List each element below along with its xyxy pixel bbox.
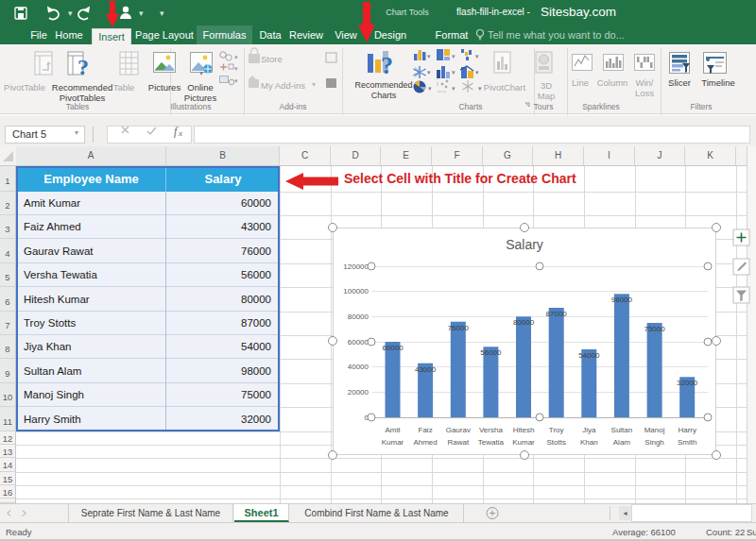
svg-text:Alam: Alam <box>613 438 631 447</box>
svg-text:▾: ▾ <box>452 69 455 76</box>
svg-text:20000: 20000 <box>348 388 369 397</box>
svg-text:98000: 98000 <box>611 296 633 304</box>
svg-text:Amit: Amit <box>386 426 402 434</box>
svg-text:Versha: Versha <box>479 426 503 434</box>
svg-text:43000: 43000 <box>415 365 437 374</box>
svg-text:Khan: Khan <box>580 438 598 447</box>
svg-text:▾: ▾ <box>475 69 479 76</box>
svg-text:x: x <box>178 128 182 138</box>
svg-text:75000: 75000 <box>644 325 665 333</box>
svg-text:Sultan: Sultan <box>611 426 633 434</box>
svg-text:▾: ▾ <box>452 85 455 92</box>
svg-text:Jiya: Jiya <box>582 426 596 434</box>
svg-text:▾: ▾ <box>475 53 479 59</box>
svg-text:100000: 100000 <box>343 287 369 296</box>
svg-text:▾: ▾ <box>428 85 432 92</box>
svg-text:▾: ▾ <box>427 53 431 59</box>
svg-text:▾: ▾ <box>234 54 238 60</box>
svg-text:Harry: Harry <box>678 426 696 434</box>
svg-text:54000: 54000 <box>578 351 600 360</box>
svg-text:▾: ▾ <box>452 53 455 59</box>
svg-text:▾: ▾ <box>160 8 164 18</box>
svg-text:40000: 40000 <box>348 363 369 371</box>
svg-text:Kumar: Kumar <box>382 438 404 447</box>
svg-text:▾: ▾ <box>139 8 144 18</box>
svg-text:Rawat: Rawat <box>447 438 469 447</box>
svg-text:▾: ▾ <box>234 77 238 84</box>
svg-text:Ahmed: Ahmed <box>413 438 437 447</box>
svg-text:?: ? <box>381 52 393 79</box>
svg-text:76000: 76000 <box>448 324 470 332</box>
svg-text:Tewatia: Tewatia <box>478 438 505 447</box>
svg-text:Gaurav: Gaurav <box>446 426 471 434</box>
svg-text:▾: ▾ <box>234 65 238 72</box>
svg-text:Hitesh: Hitesh <box>513 426 535 434</box>
svg-text:87000: 87000 <box>546 310 568 318</box>
svg-text:56000: 56000 <box>480 348 502 357</box>
svg-text:▾: ▾ <box>312 80 316 89</box>
svg-text:80000: 80000 <box>513 318 535 327</box>
svg-text:60000: 60000 <box>348 338 369 347</box>
svg-text:Faiz: Faiz <box>419 426 433 434</box>
svg-text:Kumar: Kumar <box>512 438 535 447</box>
svg-text:▾: ▾ <box>478 85 482 92</box>
svg-text:Salary: Salary <box>506 237 543 252</box>
svg-text:Troy: Troy <box>549 426 564 434</box>
svg-text:80000: 80000 <box>348 313 369 321</box>
svg-text:▾: ▾ <box>199 69 203 77</box>
svg-text:32000: 32000 <box>677 379 698 387</box>
svg-text:Singh: Singh <box>644 438 663 447</box>
svg-text:Stotts: Stotts <box>546 438 565 447</box>
svg-text:60000: 60000 <box>382 344 404 352</box>
svg-text:Manoj: Manoj <box>644 426 665 434</box>
svg-text:▾: ▾ <box>427 69 431 76</box>
svg-text:120000: 120000 <box>343 262 369 271</box>
svg-text:Smith: Smith <box>678 438 696 447</box>
svg-text:▾: ▾ <box>68 8 73 18</box>
svg-text:?: ? <box>77 55 89 79</box>
